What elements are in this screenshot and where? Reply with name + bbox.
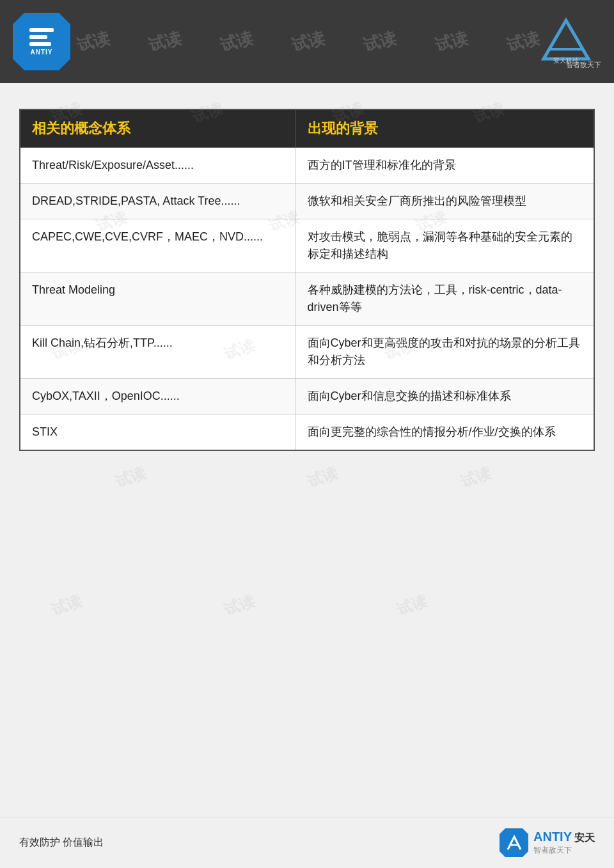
table-cell-right-2: 对攻击模式，脆弱点，漏洞等各种基础的安全元素的标定和描述结构: [295, 219, 594, 272]
table-row: DREAD,STRIDE,PASTA, Attack Tree......微软和…: [20, 184, 594, 219]
table-cell-left-6: STIX: [20, 414, 295, 451]
body-wm-14: 试读: [49, 590, 84, 620]
table-cell-right-6: 面向更完整的综合性的情报分析/作业/交换的体系: [295, 414, 594, 451]
footer-antiy-text: ANTIY: [533, 830, 572, 844]
table-row: Kill Chain,钻石分析,TTP......面向Cyber和更高强度的攻击…: [20, 326, 594, 379]
body-wm-16: 试读: [394, 590, 430, 620]
table-cell-right-5: 面向Cyber和信息交换的描述和标准体系: [295, 379, 594, 414]
header-wm-2: 试读: [146, 26, 184, 56]
header: ANTIY 试读 试读 试读 试读 试读 试读 试读 安天科技 智者敌天下: [0, 0, 614, 83]
table-cell-left-1: DREAD,STRIDE,PASTA, Attack Tree......: [20, 184, 295, 219]
table-cell-right-3: 各种威胁建模的方法论，工具，risk-centric，data-driven等等: [295, 272, 594, 326]
footer-logo: ANTIY 安天 智者敌天下: [500, 828, 595, 857]
body-wm-11: 试读: [113, 462, 148, 492]
body-wm-15: 试读: [221, 590, 257, 620]
data-table: 相关的概念体系 出现的背景 Threat/Risk/Exposure/Asset…: [19, 109, 595, 451]
table-cell-right-4: 面向Cyber和更高强度的攻击和对抗的场景的分析工具和分析方法: [295, 326, 594, 379]
main-content: 试读 试读 试读 试读 试读 试读 试读 试读 试读 试读 试读 试读 试读 试…: [0, 83, 614, 819]
table-header-row: 相关的概念体系 出现的背景: [20, 109, 594, 148]
table-row: Threat Modeling各种威胁建模的方法论，工具，risk-centri…: [20, 272, 594, 326]
table-cell-left-5: CybOX,TAXII，OpenIOC......: [20, 379, 295, 414]
company-logo-area: 安天科技 智者敌天下: [531, 14, 601, 70]
header-wm-1: 试读: [74, 26, 112, 56]
table-cell-left-4: Kill Chain,钻石分析,TTP......: [20, 326, 295, 379]
header-wm-6: 试读: [432, 26, 470, 56]
footer-logo-main: 安天: [574, 832, 595, 845]
table-cell-right-1: 微软和相关安全厂商所推出的风险管理模型: [295, 184, 594, 219]
footer: 有效防护 价值输出 ANTIY 安天 智者敌天下: [0, 817, 614, 868]
body-wm-13: 试读: [458, 462, 494, 492]
table-cell-left-3: Threat Modeling: [20, 272, 295, 326]
footer-logo-text-area: ANTIY 安天 智者敌天下: [533, 830, 595, 856]
header-wm-4: 试读: [289, 26, 327, 56]
table-row: CybOX,TAXII，OpenIOC......面向Cyber和信息交换的描述…: [20, 379, 594, 414]
header-wm-5: 试读: [361, 26, 398, 56]
svg-marker-0: [544, 20, 588, 59]
table-row: CAPEC,CWE,CVE,CVRF，MAEC，NVD......对攻击模式，脆…: [20, 219, 594, 272]
header-watermarks: 试读 试读 试读 试读 试读 试读 试读: [0, 0, 614, 83]
table-cell-right-0: 西方的IT管理和标准化的背景: [295, 148, 594, 184]
company-subtitle: 智者敌天下: [566, 60, 601, 70]
header-wm-3: 试读: [217, 26, 255, 56]
company-logo-graphic: 安天科技: [531, 14, 601, 65]
col2-header: 出现的背景: [295, 109, 594, 148]
body-wm-12: 试读: [304, 462, 340, 492]
footer-tagline: 有效防护 价值输出: [19, 836, 104, 849]
table-row: Threat/Risk/Exposure/Asset......西方的IT管理和…: [20, 148, 594, 184]
table-cell-left-2: CAPEC,CWE,CVE,CVRF，MAEC，NVD......: [20, 219, 295, 272]
table-row: STIX面向更完整的综合性的情报分析/作业/交换的体系: [20, 414, 594, 451]
col1-header: 相关的概念体系: [20, 109, 295, 148]
table-cell-left-0: Threat/Risk/Exposure/Asset......: [20, 148, 295, 184]
footer-logo-svg: [505, 834, 523, 852]
footer-logo-sub: 智者敌天下: [533, 845, 595, 856]
footer-logo-icon: [500, 828, 528, 857]
